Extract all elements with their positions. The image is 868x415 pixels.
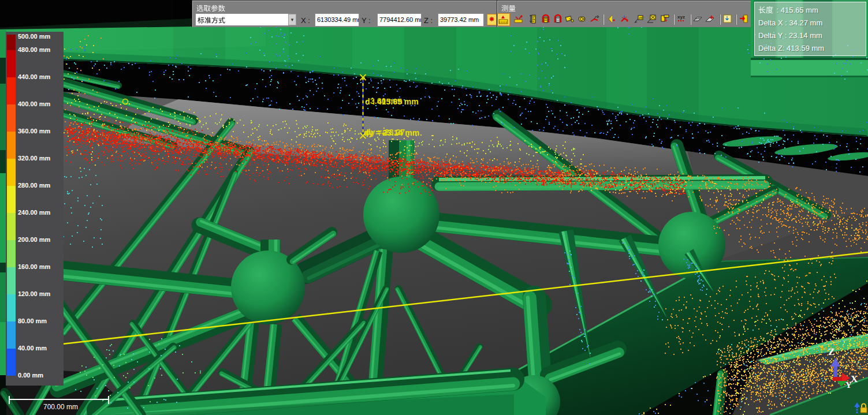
svg-text:dy =-23.27: dy =-23.27 xyxy=(366,128,405,137)
svg-text:Y: Y xyxy=(845,380,852,390)
svg-text:xyz: xyz xyxy=(677,14,685,20)
svg-text:Z: Z xyxy=(828,346,835,357)
svg-text:zθ: zθ xyxy=(639,16,643,20)
svg-text:700.00 mm: 700.00 mm xyxy=(43,403,78,411)
svg-text:X: X xyxy=(851,373,858,384)
svg-text:3.60 mm: 3.60 mm xyxy=(370,96,403,106)
